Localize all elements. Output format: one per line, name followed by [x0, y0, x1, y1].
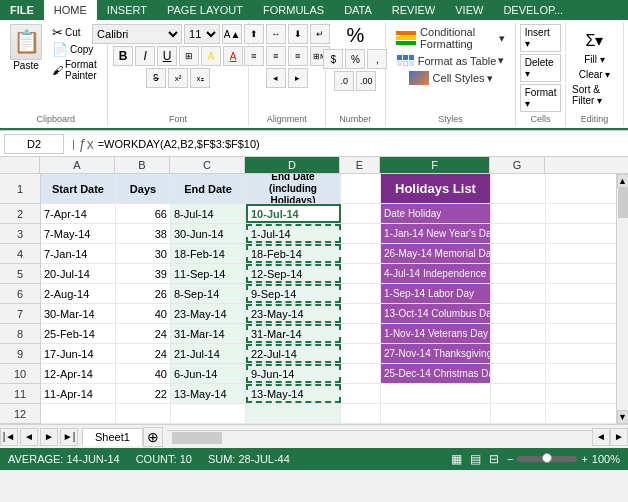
underline-button[interactable]: U: [157, 46, 177, 66]
develop-tab[interactable]: DEVELOP...: [493, 0, 573, 20]
cell-f8[interactable]: 1-Nov-14 Veterans Day: [381, 324, 491, 343]
cell-g6[interactable]: [491, 284, 546, 303]
cell-d12[interactable]: [246, 404, 341, 423]
cell-a6[interactable]: 2-Aug-14: [41, 284, 116, 303]
delete-cells-button[interactable]: Delete ▾: [520, 54, 562, 82]
prev-sheet-button[interactable]: ◄: [20, 428, 38, 446]
horizontal-scrollbar[interactable]: [167, 430, 592, 444]
add-sheet-button[interactable]: ⊕: [143, 427, 163, 447]
format-as-table-button[interactable]: Format as Table ▾: [393, 52, 509, 69]
row-header-6[interactable]: 6: [0, 284, 40, 304]
zoom-out-button[interactable]: −: [507, 453, 513, 465]
cell-b12[interactable]: [116, 404, 171, 423]
cell-a1[interactable]: Start Date: [41, 174, 116, 203]
col-header-c[interactable]: C: [170, 157, 245, 173]
review-tab[interactable]: REVIEW: [382, 0, 445, 20]
cell-c12[interactable]: [171, 404, 246, 423]
col-header-b[interactable]: B: [115, 157, 170, 173]
cell-g8[interactable]: [491, 324, 546, 343]
border-button[interactable]: ⊞: [179, 46, 199, 66]
cell-g9[interactable]: [491, 344, 546, 363]
cell-g5[interactable]: [491, 264, 546, 283]
scroll-thumb[interactable]: [618, 188, 628, 218]
currency-button[interactable]: $: [323, 49, 343, 69]
cell-g2[interactable]: [491, 204, 546, 223]
row-header-10[interactable]: 10: [0, 364, 40, 384]
font-color-button[interactable]: A: [223, 46, 243, 66]
cell-e10[interactable]: [341, 364, 381, 383]
data-tab[interactable]: DATA: [334, 0, 382, 20]
scroll-track[interactable]: [618, 188, 628, 410]
cell-c10[interactable]: 6-Jun-14: [171, 364, 246, 383]
horiz-scroll-right[interactable]: ►: [610, 428, 628, 446]
cell-d4[interactable]: 18-Feb-14: [246, 244, 341, 263]
first-sheet-button[interactable]: |◄: [0, 428, 18, 446]
cell-g7[interactable]: [491, 304, 546, 323]
cell-b7[interactable]: 40: [116, 304, 171, 323]
sort-filter-button[interactable]: Sort & Filter ▾: [572, 84, 617, 106]
cell-f6[interactable]: 1-Sep-14 Labor Day: [381, 284, 491, 303]
formula-input[interactable]: [98, 134, 624, 154]
last-sheet-button[interactable]: ►|: [60, 428, 78, 446]
col-header-e[interactable]: E: [340, 157, 380, 173]
insert-tab[interactable]: INSERT: [97, 0, 157, 20]
cell-b5[interactable]: 39: [116, 264, 171, 283]
cell-a9[interactable]: 17-Jun-14: [41, 344, 116, 363]
cell-e1[interactable]: [341, 174, 381, 203]
bold-button[interactable]: B: [113, 46, 133, 66]
superscript-button[interactable]: x²: [168, 68, 188, 88]
row-header-11[interactable]: 11: [0, 384, 40, 404]
cell-f4[interactable]: 26-May-14 Memorial Day: [381, 244, 491, 263]
cell-g12[interactable]: [491, 404, 546, 423]
cell-f12[interactable]: [381, 404, 491, 423]
cell-e5[interactable]: [341, 264, 381, 283]
indent-inc-button[interactable]: ▸: [288, 68, 308, 88]
conditional-formatting-button[interactable]: Conditional Formatting ▾: [392, 24, 509, 52]
vertical-scrollbar[interactable]: ▲ ▼: [616, 174, 628, 424]
cell-b10[interactable]: 40: [116, 364, 171, 383]
cell-e6[interactable]: [341, 284, 381, 303]
zoom-in-button[interactable]: +: [581, 453, 587, 465]
cell-e2[interactable]: [341, 204, 381, 223]
indent-dec-button[interactable]: ◂: [266, 68, 286, 88]
cell-e3[interactable]: [341, 224, 381, 243]
cell-f9[interactable]: 27-Nov-14 Thanksgiving Day: [381, 344, 491, 363]
cell-d10[interactable]: 9-Jun-14: [246, 364, 341, 383]
align-top-button[interactable]: ⬆: [244, 24, 264, 44]
row-header-7[interactable]: 7: [0, 304, 40, 324]
number-format-icon[interactable]: %: [346, 24, 364, 47]
col-header-d[interactable]: D: [245, 157, 340, 173]
cell-e8[interactable]: [341, 324, 381, 343]
cell-f10[interactable]: 25-Dec-14 Christmas Day: [381, 364, 491, 383]
font-family-select[interactable]: Calibri: [92, 24, 182, 44]
cell-b11[interactable]: 22: [116, 384, 171, 403]
cell-c11[interactable]: 13-May-14: [171, 384, 246, 403]
cell-a8[interactable]: 25-Feb-14: [41, 324, 116, 343]
col-header-a[interactable]: A: [40, 157, 115, 173]
align-left-button[interactable]: ≡: [244, 46, 264, 66]
zoom-thumb[interactable]: [542, 453, 552, 463]
row-header-9[interactable]: 9: [0, 344, 40, 364]
cell-f7[interactable]: 13-Oct-14 Columbus Day: [381, 304, 491, 323]
cell-b9[interactable]: 24: [116, 344, 171, 363]
cell-a7[interactable]: 30-Mar-14: [41, 304, 116, 323]
cell-e4[interactable]: [341, 244, 381, 263]
cell-f2[interactable]: Date Holiday: [381, 204, 491, 223]
cell-reference-input[interactable]: [4, 134, 64, 154]
cell-f5[interactable]: 4-Jul-14 Independence Day: [381, 264, 491, 283]
row-header-8[interactable]: 8: [0, 324, 40, 344]
cell-b6[interactable]: 26: [116, 284, 171, 303]
autosum-button[interactable]: Σ▾: [586, 31, 604, 50]
cell-e11[interactable]: [341, 384, 381, 403]
cell-a2[interactable]: 7-Apr-14: [41, 204, 116, 223]
cell-e12[interactable]: [341, 404, 381, 423]
cell-d11[interactable]: 13-May-14: [246, 384, 341, 403]
fill-color-button[interactable]: A: [201, 46, 221, 66]
cell-d8[interactable]: 31-Mar-14: [246, 324, 341, 343]
cell-b8[interactable]: 24: [116, 324, 171, 343]
dec-dec-button[interactable]: .0: [334, 71, 354, 91]
cell-b4[interactable]: 30: [116, 244, 171, 263]
file-tab[interactable]: FILE: [0, 0, 44, 20]
font-size-select[interactable]: 11: [184, 24, 220, 44]
row-header-12[interactable]: 12: [0, 404, 40, 424]
